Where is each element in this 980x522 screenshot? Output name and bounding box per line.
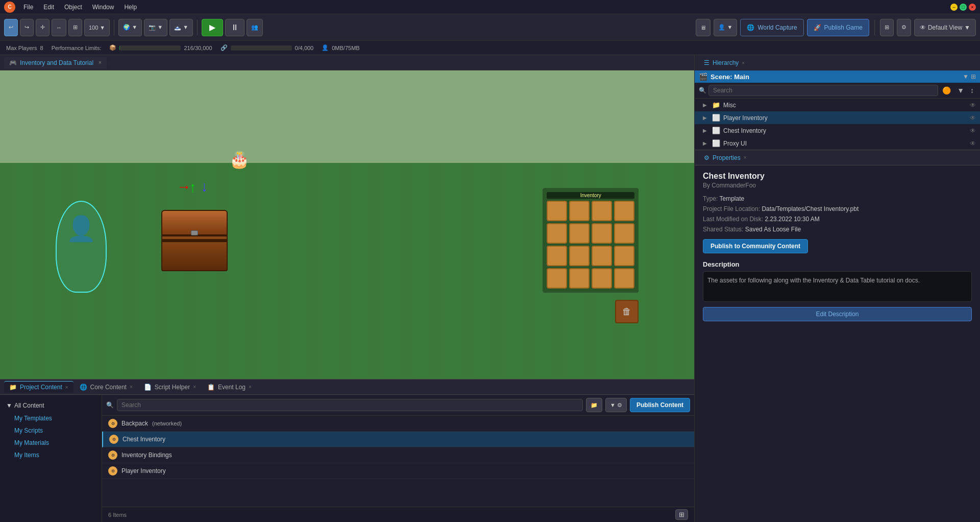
sidebar-item-my-templates[interactable]: My Templates	[0, 412, 102, 424]
minimize-button[interactable]: –	[950, 4, 958, 11]
transform-button[interactable]: ↔	[52, 19, 66, 36]
tab-core-content[interactable]: 🌐 Core Content ×	[75, 382, 138, 393]
sidebar-item-my-materials[interactable]: My Materials	[0, 437, 102, 449]
scene-options-button[interactable]: ⊞	[971, 73, 976, 80]
properties-tab-close[interactable]: ×	[744, 155, 747, 160]
hierarchy-tab[interactable]: ☰ Hierarchy ×	[699, 57, 750, 68]
list-item-inventory-bindings[interactable]: ⚙ Inventory Bindings	[102, 447, 694, 463]
world-button[interactable]: 🌍 ▼	[118, 19, 142, 36]
object-icon: 📦	[109, 44, 116, 51]
app-logo: C	[4, 2, 15, 13]
account-button[interactable]: 👤 ▼	[714, 19, 737, 36]
menu-window[interactable]: Window	[88, 3, 118, 12]
close-button[interactable]: ×	[969, 4, 976, 11]
hierarchy-item-chest-inventory[interactable]: ▶ ⬜ Chest Inventory 👁	[695, 124, 980, 137]
hierarchy-item-misc[interactable]: ▶ 📁 Misc 👁	[695, 99, 980, 111]
content-list-area: 🔍 📁 ▼ ⚙ Publish Content ⚙ Backpack	[102, 395, 694, 522]
hierarchy-sort-button[interactable]: ▼	[955, 85, 966, 96]
item-icon-backpack: ⚙	[108, 419, 117, 428]
menu-object[interactable]: Object	[60, 3, 86, 12]
tab-project-content[interactable]: 📁 Project Content ×	[4, 381, 74, 393]
chevron-down-icon: ▼	[964, 24, 970, 31]
list-item-backpack[interactable]: ⚙ Backpack (networked)	[102, 416, 694, 432]
filter-button[interactable]: ▼ ⚙	[605, 398, 627, 412]
hier-arrow-chest: ▶	[703, 128, 709, 133]
viewport-tab-icon: 🎮	[9, 59, 17, 66]
eye-icon: 👁	[920, 24, 926, 31]
hierarchy-filter-button[interactable]: 🟠	[940, 85, 953, 96]
inv-slot-10	[569, 246, 590, 266]
pause-button[interactable]: ⏸	[225, 19, 244, 36]
tab-script-helper[interactable]: 📄 Script Helper ×	[139, 382, 201, 393]
world-capture-button[interactable]: 🌐 World Capture	[740, 19, 803, 36]
event-log-close[interactable]: ×	[249, 384, 252, 390]
multiplayer-button[interactable]: 👥	[247, 19, 263, 36]
maximize-button[interactable]: □	[960, 4, 967, 11]
world-capture-label: World Capture	[757, 24, 797, 31]
inv-slot-15	[592, 268, 612, 289]
layout-button[interactable]: ⊞	[880, 19, 894, 36]
menu-edit[interactable]: Edit	[39, 3, 58, 12]
properties-tab-label: Properties	[713, 154, 741, 161]
menu-help[interactable]: Help	[120, 3, 141, 12]
viewport[interactable]: 👤 🎂 ↑ ↑ →	[0, 70, 694, 379]
list-item-chest-inventory[interactable]: ⚙ Chest Inventory	[102, 432, 694, 447]
max-players-value: 8	[40, 45, 43, 51]
chest-object: ↑ ↑ →	[161, 210, 228, 271]
trash-button[interactable]: 🗑	[615, 300, 639, 323]
undo-button[interactable]: ↩	[4, 19, 18, 36]
prop-type-value: Template	[719, 195, 744, 202]
core-content-close[interactable]: ×	[130, 384, 133, 390]
properties-tab-bar: ⚙ Properties ×	[695, 150, 980, 165]
description-text: The assets for following along with the …	[703, 271, 972, 302]
toolbar-divider-3	[874, 20, 875, 35]
content-search-bar: 🔍 📁 ▼ ⚙ Publish Content	[102, 395, 694, 416]
project-content-label: Project Content	[20, 384, 62, 391]
viewport-tab-close[interactable]: ×	[99, 60, 102, 65]
properties-tab[interactable]: ⚙ Properties ×	[699, 152, 752, 163]
settings-button[interactable]: ⚙	[897, 19, 911, 36]
project-content-close[interactable]: ×	[65, 385, 68, 390]
publish-community-button[interactable]: Publish to Community Content	[703, 239, 808, 253]
edit-description-button[interactable]: Edit Description	[703, 307, 972, 321]
select-button[interactable]: ✛	[36, 19, 50, 36]
hierarchy-items: ▶ 📁 Misc 👁 ▶ ⬜ Player Inventory 👁 ▶ ⬜ Ch…	[695, 99, 980, 150]
redo-button[interactable]: ↪	[20, 19, 34, 36]
hier-eye-player[interactable]: 👁	[970, 114, 976, 122]
inv-slot-9	[547, 246, 567, 266]
performance-mem-item: 👤 0MB/75MB	[322, 44, 359, 51]
sidebar-item-my-scripts[interactable]: My Scripts	[0, 424, 102, 437]
terrain-button[interactable]: 🗻 ▼	[169, 19, 193, 36]
display-button[interactable]: 🖥	[696, 19, 710, 36]
hierarchy-tab-close[interactable]: ×	[742, 60, 745, 66]
publish-content-button[interactable]: Publish Content	[630, 398, 690, 412]
quantity-button[interactable]: 100 ▼	[84, 19, 110, 36]
hier-eye-proxy[interactable]: 👁	[970, 140, 976, 147]
hierarchy-item-player-inventory[interactable]: ▶ ⬜ Player Inventory 👁	[695, 111, 980, 124]
hier-eye-misc[interactable]: 👁	[970, 102, 976, 109]
grid-view-button[interactable]: ⊞	[675, 509, 688, 520]
viewport-tab[interactable]: 🎮 Inventory and Data Tutorial ×	[4, 57, 107, 68]
hierarchy-item-proxy-ui[interactable]: ▶ ⬜ Proxy UI 👁	[695, 137, 980, 150]
list-item-player-inventory[interactable]: ⚙ Player Inventory	[102, 463, 694, 479]
hier-eye-chest[interactable]: 👁	[970, 127, 976, 134]
play-button[interactable]: ▶	[202, 19, 223, 36]
default-view-button[interactable]: 👁 Default View ▼	[914, 19, 976, 36]
prop-author: By CommanderFoo	[703, 182, 972, 189]
content-search-input[interactable]	[117, 399, 583, 411]
prop-title: Chest Inventory	[703, 172, 972, 181]
camera-button[interactable]: 📷 ▼	[144, 19, 167, 36]
tree-root-all-content[interactable]: ▼ All Content	[0, 399, 102, 412]
hierarchy-expand-button[interactable]: ↕	[968, 85, 976, 96]
publish-game-button[interactable]: 🚀 Publish Game	[807, 19, 869, 36]
folder-button[interactable]: 📁	[586, 398, 602, 412]
scene-expand-button[interactable]: ▼	[963, 73, 969, 80]
inventory-ui-overlay: Inventory	[543, 188, 639, 293]
hierarchy-search-input[interactable]	[708, 85, 938, 96]
tab-event-log[interactable]: 📋 Event Log ×	[202, 382, 257, 393]
script-helper-close[interactable]: ×	[193, 384, 196, 390]
menu-file[interactable]: File	[19, 3, 37, 12]
item-name-bindings: Inventory Bindings	[121, 452, 172, 459]
snap-button[interactable]: ⊞	[68, 19, 82, 36]
sidebar-item-my-items[interactable]: My Items	[0, 449, 102, 461]
